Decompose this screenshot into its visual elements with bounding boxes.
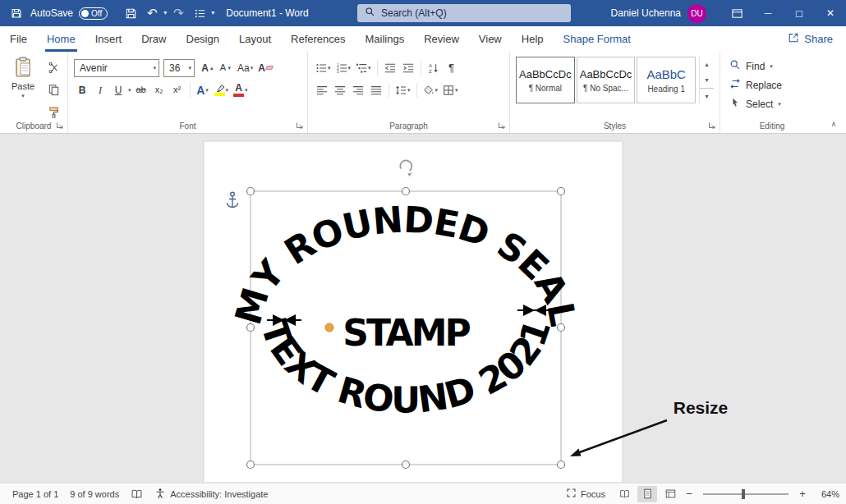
styles-scroll-up-icon[interactable]: ▲ <box>700 57 714 72</box>
word-count[interactable]: 9 of 9 words <box>64 489 125 499</box>
collapse-ribbon-icon[interactable]: ∧ <box>826 118 841 130</box>
document-canvas[interactable]: MY ROUNDED SEAL TEXT ROUND 2021 STAMP <box>0 134 846 483</box>
styles-dialog-launcher[interactable] <box>708 121 717 131</box>
shrink-font-button[interactable]: A▼ <box>218 59 234 77</box>
style-normal[interactable]: AaBbCcDc ¶ Normal <box>516 57 575 103</box>
zoom-in-button[interactable]: + <box>797 488 808 500</box>
text-effects-button[interactable]: A▾ <box>195 81 211 99</box>
superscript-button[interactable]: x² <box>169 81 186 99</box>
paste-button[interactable]: Paste ▾ <box>6 57 40 121</box>
paragraph-dialog-launcher[interactable] <box>498 121 507 131</box>
grow-caret-icon: ▲ <box>209 66 214 71</box>
tab-draw[interactable]: Draw <box>131 26 176 52</box>
tab-design[interactable]: Design <box>177 26 229 52</box>
zoom-slider-thumb[interactable] <box>742 489 745 499</box>
handle-top-left[interactable] <box>247 188 255 195</box>
select-button[interactable]: Select ▾ <box>726 95 818 112</box>
styles-scroll-down-icon[interactable]: ▼ <box>700 72 714 88</box>
bullet-list-icon[interactable] <box>190 5 209 21</box>
zoom-slider[interactable] <box>703 493 789 495</box>
underline-button[interactable]: U <box>110 81 126 99</box>
numbering-button[interactable]: 123 ▾ <box>334 59 353 77</box>
read-mode-button[interactable] <box>614 486 634 502</box>
title-bar: AutoSave Off ↶ ▾ ↷ ▾ Document1 - Word Se… <box>0 0 846 26</box>
increase-indent-button[interactable] <box>400 59 416 77</box>
show-formatting-marks-button[interactable]: ¶ <box>444 59 460 77</box>
grow-font-button[interactable]: A▲ <box>200 59 216 77</box>
line-spacing-button[interactable]: ▾ <box>393 81 412 99</box>
justify-button[interactable] <box>368 81 384 99</box>
close-button[interactable]: ✕ <box>815 0 846 26</box>
sort-button[interactable]: AZ <box>425 59 442 77</box>
focus-button[interactable]: Focus <box>560 488 611 500</box>
font-name-combobox[interactable]: Avenir ▾ <box>74 59 159 77</box>
underline-chevron-icon[interactable]: ▾ <box>128 87 131 93</box>
decrease-indent-button[interactable] <box>382 59 398 77</box>
proofing-icon[interactable] <box>125 488 149 500</box>
maximize-button[interactable]: □ <box>784 0 815 26</box>
cut-icon[interactable] <box>45 58 62 76</box>
tab-references[interactable]: References <box>281 26 355 52</box>
handle-bottom-center[interactable] <box>402 461 410 469</box>
copy-icon[interactable] <box>45 80 62 99</box>
handle-bottom-left[interactable] <box>247 461 255 469</box>
change-case-button[interactable]: Aa▾ <box>236 59 255 77</box>
style-no-spacing[interactable]: AaBbCcDc ¶ No Spac... <box>577 57 636 103</box>
save-icon[interactable] <box>121 5 140 21</box>
tab-file[interactable]: File <box>0 26 37 52</box>
format-painter-icon[interactable] <box>45 103 62 121</box>
page-indicator[interactable]: Page 1 of 1 <box>7 489 64 499</box>
shading-button[interactable]: ▾ <box>421 81 440 99</box>
handle-bottom-right[interactable] <box>558 461 565 469</box>
clear-formatting-button[interactable]: A <box>256 59 274 77</box>
replace-button[interactable]: Replace <box>726 76 818 94</box>
accessibility-status[interactable]: Accessibility: Investigate <box>149 488 274 501</box>
handle-top-right[interactable] <box>558 188 565 195</box>
tab-help[interactable]: Help <box>512 26 554 52</box>
customize-qat-chevron-icon[interactable]: ▾ <box>211 10 214 16</box>
autosave-toggle[interactable]: Off <box>79 7 108 20</box>
italic-button[interactable]: I <box>92 81 108 99</box>
subscript-button[interactable]: x₂ <box>151 81 168 99</box>
tab-shape-format[interactable]: Shape Format <box>554 26 641 52</box>
styles-gallery-more-icon[interactable]: ▼ <box>700 88 714 103</box>
print-layout-button[interactable] <box>637 486 657 502</box>
tab-mailings[interactable]: Mailings <box>356 26 415 52</box>
tab-home[interactable]: Home <box>37 26 85 52</box>
tab-view[interactable]: View <box>469 26 512 52</box>
adjust-handle[interactable] <box>325 323 333 332</box>
align-center-button[interactable] <box>332 81 348 99</box>
tab-layout[interactable]: Layout <box>229 26 281 52</box>
tab-insert[interactable]: Insert <box>85 26 132 52</box>
font-dialog-launcher[interactable] <box>296 121 305 131</box>
highlight-color-button[interactable]: ▾ <box>213 81 231 99</box>
handle-mid-left[interactable] <box>247 324 255 332</box>
zoom-level[interactable]: 64% <box>812 489 839 499</box>
align-right-button[interactable] <box>350 81 366 99</box>
multilevel-list-button[interactable]: ▾ <box>354 59 373 77</box>
font-size-combobox[interactable]: 36 ▾ <box>163 59 195 77</box>
bullets-button[interactable]: ▾ <box>314 59 333 77</box>
style-heading-1[interactable]: AaBbC Heading 1 <box>637 57 696 103</box>
web-layout-button[interactable] <box>660 486 680 502</box>
handle-mid-right[interactable] <box>558 324 565 332</box>
tab-review[interactable]: Review <box>414 26 469 52</box>
align-left-button[interactable] <box>314 81 330 99</box>
undo-menu-chevron-icon[interactable]: ▾ <box>163 10 167 16</box>
borders-button[interactable]: ▾ <box>441 81 460 99</box>
share-button[interactable]: Share <box>775 26 846 52</box>
font-color-button[interactable]: A ▾ <box>232 81 250 99</box>
search-input[interactable]: Search (Alt+Q) <box>357 4 571 22</box>
handle-top-center[interactable] <box>402 188 410 195</box>
strikethrough-button[interactable]: ab <box>133 81 149 99</box>
minimize-button[interactable]: ─ <box>752 0 784 26</box>
undo-icon[interactable]: ↶ <box>142 5 162 21</box>
redo-icon[interactable]: ↷ <box>168 5 188 21</box>
bold-button[interactable]: B <box>74 81 90 99</box>
clipboard-dialog-launcher[interactable] <box>56 121 65 131</box>
avatar[interactable]: DU <box>687 4 706 23</box>
ribbon-display-options-icon[interactable] <box>721 0 752 26</box>
find-button[interactable]: Find ▾ <box>726 57 818 75</box>
user-name[interactable]: Daniel Uchenna <box>611 7 681 19</box>
zoom-out-button[interactable]: − <box>683 488 695 500</box>
